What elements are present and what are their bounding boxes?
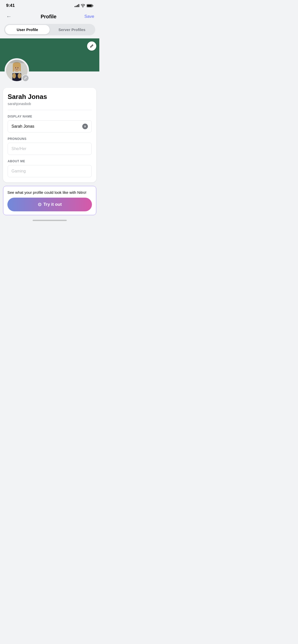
svg-rect-14 bbox=[6, 60, 28, 63]
profile-display-name: Sarah Jonas bbox=[8, 93, 92, 101]
display-name-label: DISPLAY NAME bbox=[8, 115, 92, 118]
signal-icon bbox=[75, 4, 79, 7]
status-time: 9:41 bbox=[6, 3, 15, 8]
avatar-wrap bbox=[5, 58, 29, 83]
pronouns-input[interactable] bbox=[11, 143, 88, 155]
tab-switcher: User Profile Server Profiles bbox=[4, 24, 95, 35]
tab-user-profile[interactable]: User Profile bbox=[5, 25, 50, 34]
home-indicator bbox=[33, 220, 67, 221]
display-name-section: DISPLAY NAME bbox=[8, 115, 92, 133]
pronouns-input-wrap bbox=[8, 143, 92, 155]
nitro-icon: ⊙ bbox=[38, 202, 42, 207]
nitro-banner-text: See what your profile could look like wi… bbox=[7, 190, 92, 195]
tab-server-profiles[interactable]: Server Profiles bbox=[50, 25, 94, 34]
display-name-input[interactable] bbox=[11, 121, 82, 132]
svg-rect-11 bbox=[20, 65, 21, 71]
about-me-input[interactable] bbox=[11, 165, 88, 177]
save-button[interactable]: Save bbox=[84, 14, 94, 19]
nitro-try-button[interactable]: ⊙ Try it out bbox=[7, 198, 92, 211]
profile-card: Sarah Jonas sarahjonasbob DISPLAY NAME P… bbox=[3, 88, 96, 182]
nav-header: ← Profile Save bbox=[0, 10, 99, 24]
pronouns-label: PRONOUNS bbox=[8, 137, 92, 141]
svg-rect-10 bbox=[13, 65, 14, 72]
back-button[interactable]: ← bbox=[5, 12, 13, 21]
svg-rect-2 bbox=[87, 5, 92, 7]
profile-username: sarahjonasbob bbox=[8, 102, 92, 110]
about-me-label: ABOUT ME bbox=[8, 159, 92, 163]
svg-rect-15 bbox=[6, 60, 7, 81]
pronouns-section: PRONOUNS bbox=[8, 137, 92, 155]
svg-rect-1 bbox=[93, 5, 93, 6]
svg-point-8 bbox=[18, 73, 21, 79]
about-me-input-wrap bbox=[8, 165, 92, 177]
page-title: Profile bbox=[41, 14, 57, 20]
svg-point-12 bbox=[15, 67, 16, 68]
about-me-section: ABOUT ME bbox=[8, 159, 92, 177]
display-name-input-wrap bbox=[8, 120, 92, 133]
battery-icon bbox=[87, 4, 93, 7]
wifi-icon bbox=[81, 4, 85, 7]
svg-point-13 bbox=[18, 67, 19, 68]
display-name-clear-button[interactable] bbox=[82, 124, 88, 129]
svg-point-7 bbox=[12, 73, 16, 79]
status-icons bbox=[75, 4, 93, 7]
nitro-banner: See what your profile could look like wi… bbox=[3, 186, 96, 215]
status-bar: 9:41 bbox=[0, 0, 99, 10]
avatar-edit-button[interactable] bbox=[22, 75, 29, 82]
banner-edit-button[interactable] bbox=[87, 41, 96, 51]
nitro-button-label: Try it out bbox=[44, 202, 62, 207]
